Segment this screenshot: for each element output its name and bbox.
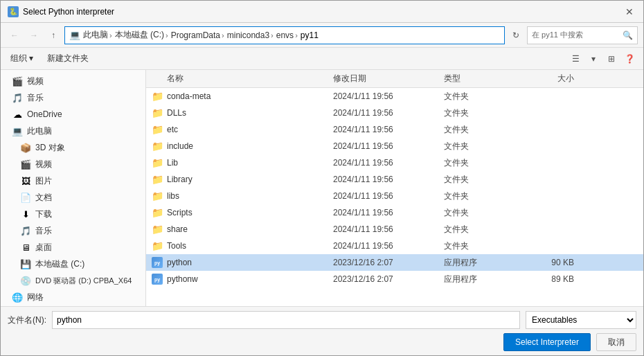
file-date: 2024/1/11 19:56 xyxy=(333,224,444,234)
refresh-button[interactable]: ↻ xyxy=(508,27,524,44)
select-interpreter-button[interactable]: Select Interpreter xyxy=(503,333,591,351)
file-date: 2024/1/11 19:56 xyxy=(333,91,444,101)
view-list-button[interactable]: ☰ xyxy=(567,51,584,67)
sidebar-item-network[interactable]: 🌐 网络 xyxy=(1,289,145,305)
main-content: 🎬 视频 🎵 音乐 ☁ OneDrive 💻 此电脑 📦 3D 对象 🎬 xyxy=(1,70,643,306)
file-date: 2024/1/11 19:56 xyxy=(333,125,444,134)
file-list: 名称 修改日期 类型 大小 📁 conda-meta 2024/1/11 19:… xyxy=(146,70,643,306)
sidebar-label-3dobjects: 3D 对象 xyxy=(35,142,65,154)
breadcrumb-item-5[interactable]: py11 xyxy=(301,30,320,40)
file-type: 文件夹 xyxy=(444,157,527,169)
sidebar-item-3dobjects[interactable]: 📦 3D 对象 xyxy=(1,139,145,156)
sidebar-item-docs[interactable]: 📄 文档 xyxy=(1,189,145,206)
folder-icon: 📁 xyxy=(152,224,163,235)
breadcrumb-sep-2: › xyxy=(222,31,224,39)
onedrive-icon: ☁ xyxy=(12,109,23,120)
back-button[interactable]: ← xyxy=(6,27,23,44)
file-name-text: conda-meta xyxy=(167,91,211,101)
video-icon: 🎬 xyxy=(12,75,23,87)
file-row[interactable]: 📁 Library 2024/1/11 19:56 文件夹 xyxy=(146,171,643,188)
sidebar-item-downloads[interactable]: ⬇ 下载 xyxy=(1,206,145,222)
sidebar-label-music2: 音乐 xyxy=(35,225,52,237)
sidebar-label-pictures: 图片 xyxy=(35,175,52,187)
file-name-text: pythonw xyxy=(167,274,198,284)
help-button[interactable]: ❓ xyxy=(621,51,638,67)
breadcrumb-item-2[interactable]: ProgramData › xyxy=(171,30,224,40)
sidebar-item-dvd-d[interactable]: 💿 DVD 驱动器 (D:) CPBA_X64 xyxy=(1,272,145,289)
dialog-window: 🐍 Select Python interpreter ✕ ← → ↑ 💻 此电… xyxy=(0,0,644,356)
sidebar-item-onedrive[interactable]: ☁ OneDrive xyxy=(1,106,145,123)
titlebar: 🐍 Select Python interpreter ✕ xyxy=(1,1,643,23)
new-folder-button[interactable]: 新建文件夹 xyxy=(43,51,93,66)
search-button[interactable]: 🔍 xyxy=(623,30,633,40)
file-name-text: Scripts xyxy=(167,208,193,217)
file-type: 文件夹 xyxy=(444,107,527,119)
close-button[interactable]: ✕ xyxy=(623,6,636,17)
breadcrumb-label-1: 本地磁盘 (C:) xyxy=(115,29,164,41)
file-name-text: etc xyxy=(167,125,178,134)
file-row[interactable]: 📁 DLLs 2024/1/11 19:56 文件夹 xyxy=(146,105,643,121)
col-date-header[interactable]: 修改日期 xyxy=(333,73,444,84)
sidebar-label-network: 网络 xyxy=(27,292,44,303)
folder-icon: 📁 xyxy=(152,190,163,202)
file-name: 📁 Library xyxy=(146,174,333,185)
sidebar-item-computer[interactable]: 💻 此电脑 xyxy=(1,123,145,139)
file-row[interactable]: 📁 share 2024/1/11 19:56 文件夹 xyxy=(146,221,643,238)
breadcrumb-label-2: ProgramData xyxy=(171,30,220,40)
cancel-button[interactable]: 取消 xyxy=(596,333,636,351)
col-type-header[interactable]: 类型 xyxy=(444,73,527,84)
file-name: 📁 DLLs xyxy=(146,107,333,118)
view-chevron-button[interactable]: ▾ xyxy=(585,51,602,67)
file-row[interactable]: 📁 Lib 2024/1/11 19:56 文件夹 xyxy=(146,154,643,171)
sidebar-item-video2[interactable]: 🎬 视频 xyxy=(1,156,145,172)
sidebar-label-docs: 文档 xyxy=(35,192,52,204)
docs-icon: 📄 xyxy=(20,192,31,203)
file-type: 文件夹 xyxy=(444,91,527,103)
file-type: 文件夹 xyxy=(444,174,527,186)
file-row[interactable]: 📁 conda-meta 2024/1/11 19:56 文件夹 xyxy=(146,88,643,105)
file-type: 应用程序 xyxy=(444,274,527,285)
file-name: py pythonw xyxy=(146,274,333,285)
filename-input[interactable] xyxy=(52,311,520,329)
file-row[interactable]: py pythonw 2023/12/16 2:07 应用程序 89 KB xyxy=(146,271,643,287)
breadcrumb-item-3[interactable]: miniconda3 › xyxy=(227,30,274,40)
col-size-header[interactable]: 大小 xyxy=(527,73,582,84)
titlebar-left: 🐍 Select Python interpreter xyxy=(8,6,114,17)
file-row[interactable]: py python 2023/12/16 2:07 应用程序 90 KB xyxy=(146,254,643,271)
search-bar[interactable]: 在 py11 中搜索 🔍 xyxy=(527,26,638,44)
breadcrumb-bar[interactable]: 💻 此电脑 › 本地磁盘 (C:) › ProgramData › minico… xyxy=(64,26,505,44)
breadcrumb-label-0: 此电脑 xyxy=(83,29,108,41)
sidebar-item-music1[interactable]: 🎵 音乐 xyxy=(1,89,145,106)
music-icon1: 🎵 xyxy=(12,92,23,103)
action-row: Select Interpreter 取消 xyxy=(8,333,636,351)
filetype-select[interactable]: Executables xyxy=(526,311,636,329)
sidebar-item-video1[interactable]: 🎬 视频 xyxy=(1,73,145,89)
sidebar-label-music1: 音乐 xyxy=(27,92,44,104)
sidebar-item-pictures[interactable]: 🖼 图片 xyxy=(1,172,145,189)
view-grid-button[interactable]: ⊞ xyxy=(603,51,620,67)
file-row[interactable]: 📁 etc 2024/1/11 19:56 文件夹 xyxy=(146,121,643,138)
file-name-text: DLLs xyxy=(167,108,186,118)
sidebar-item-music2[interactable]: 🎵 音乐 xyxy=(1,222,145,239)
breadcrumb-sep-1: › xyxy=(166,31,168,39)
file-row[interactable]: 📁 Scripts 2024/1/11 19:56 文件夹 xyxy=(146,204,643,221)
breadcrumb-item-0[interactable]: 此电脑 › xyxy=(83,29,112,41)
breadcrumb-sep-4: › xyxy=(295,31,298,39)
sidebar-item-local-c[interactable]: 💾 本地磁盘 (C:) xyxy=(1,256,145,272)
file-row[interactable]: 📁 libs 2024/1/11 19:56 文件夹 xyxy=(146,188,643,204)
forward-button[interactable]: → xyxy=(26,27,42,44)
3dobjects-icon: 📦 xyxy=(20,142,31,153)
sidebar-item-desktop[interactable]: 🖥 桌面 xyxy=(1,239,145,256)
breadcrumb-item-1[interactable]: 本地磁盘 (C:) › xyxy=(115,29,168,41)
file-row[interactable]: 📁 Tools 2024/1/11 19:56 文件夹 xyxy=(146,238,643,254)
breadcrumb-item-4[interactable]: envs › xyxy=(276,30,298,40)
file-name-text: Tools xyxy=(167,241,186,251)
organize-button[interactable]: 组织 ▾ xyxy=(6,51,37,66)
desktop-icon: 🖥 xyxy=(20,242,31,253)
file-row[interactable]: 📁 include 2024/1/11 19:56 文件夹 xyxy=(146,138,643,154)
file-date: 2023/12/16 2:07 xyxy=(333,274,444,284)
up-button[interactable]: ↑ xyxy=(45,27,62,44)
exe-icon: py xyxy=(152,257,163,268)
col-name-header[interactable]: 名称 xyxy=(146,73,333,84)
file-type: 文件夹 xyxy=(444,207,527,219)
